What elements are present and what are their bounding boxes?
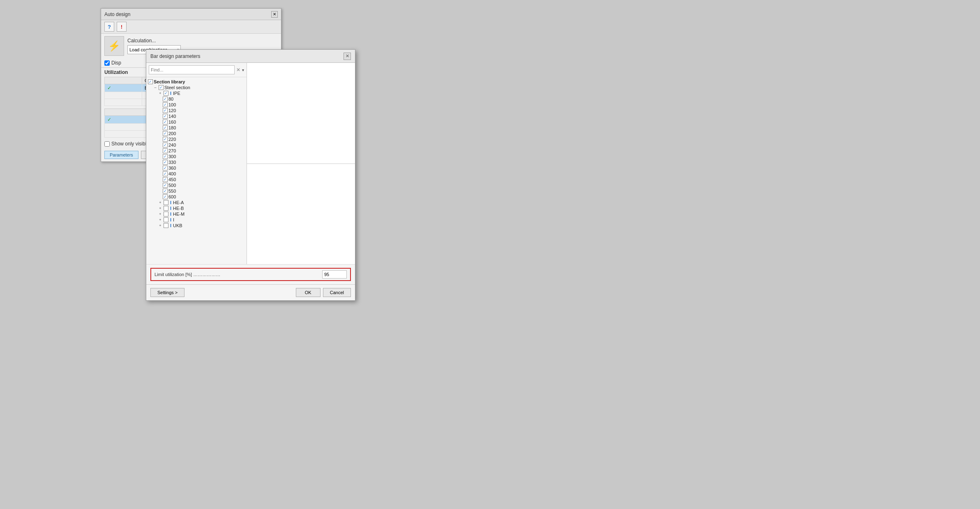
i-label: I [173,217,174,222]
list-item: 450 [148,177,245,182]
ipe220-label: 220 [168,137,176,142]
footer-right-buttons: OK Cancel [296,288,351,297]
footer-left-buttons: Settings > [150,288,184,297]
parameters-button[interactable]: Parameters [104,151,138,159]
auto-design-titlebar: Auto design ✕ [101,9,281,20]
check-icon: ✓ [107,85,111,91]
i-expand-icon[interactable]: + [158,217,163,222]
search-dropdown-icon[interactable]: ▾ [242,68,244,72]
hem-expand-icon[interactable]: + [158,212,163,216]
hem-label: HE-M [173,212,184,216]
ipe330-checkbox[interactable] [163,160,168,165]
ipe500-checkbox[interactable] [163,183,168,188]
ok-button[interactable]: OK [296,288,321,297]
display-checkbox[interactable] [104,60,110,66]
list-item: + I HE-A [148,200,245,205]
list-item: 240 [148,142,245,148]
section-library-panel: ✕ ▾ Section library – Steel section + [146,63,247,264]
hea-expand-icon[interactable]: + [158,200,163,205]
ipe400-label: 400 [168,171,176,176]
i-section-icon: I [170,217,171,222]
dialog-close-button[interactable]: ✕ [344,53,351,60]
ukb-expand-icon[interactable]: + [158,223,163,228]
ipe600-checkbox[interactable] [163,194,168,199]
ipe100-label: 100 [168,102,176,107]
list-item: 160 [148,119,245,125]
auto-design-toolbar: ? ! [101,20,281,34]
hea-checkbox[interactable] [164,200,168,205]
ipe300-label: 300 [168,154,176,159]
ipe240-checkbox[interactable] [163,143,168,147]
hea-section-icon: I [170,200,171,205]
ipe80-label: 80 [168,97,173,101]
ipe400-checkbox[interactable] [163,171,168,176]
ukb-section-icon: I [170,223,171,228]
list-item: 360 [148,165,245,171]
ipe160-checkbox[interactable] [163,120,168,124]
heb-checkbox[interactable] [164,206,168,211]
dialog-title: Bar design parameters [150,53,200,59]
check-cell: ✓ [105,84,142,92]
ipe360-checkbox[interactable] [163,166,168,170]
limit-utilization-input[interactable] [322,270,347,279]
tree-container[interactable]: Section library – Steel section + I IPE [146,77,247,264]
ipe550-checkbox[interactable] [163,189,168,193]
ukb-checkbox[interactable] [164,223,168,228]
bar-design-dialog: Bar design parameters ✕ ✕ ▾ Section libr… [146,49,355,301]
ipe-checkbox[interactable] [164,91,168,96]
settings-button[interactable]: Settings > [150,288,184,297]
list-item: 220 [148,136,245,142]
list-item: + I HE-B [148,205,245,211]
section-library-checkbox[interactable] [148,79,153,84]
ipe140-checkbox[interactable] [163,114,168,119]
ipe80-checkbox[interactable] [163,97,168,101]
list-item: 120 [148,108,245,113]
list-item: + I IPE [148,90,245,96]
section-preview-top [247,63,355,164]
hea-label: HE-A [173,200,184,205]
lightning-icon-container: ⚡ [104,36,124,56]
ipe120-checkbox[interactable] [163,108,168,113]
list-item: Section library [148,79,245,85]
collapse-icon[interactable]: – [153,85,158,90]
search-row: ✕ ▾ [146,63,247,77]
ipe330-label: 330 [168,160,176,165]
calculation-label: Calculation... [127,38,181,44]
list-item: 200 [148,131,245,136]
auto-design-close-button[interactable]: ✕ [271,11,278,18]
ipe180-label: 180 [168,125,176,130]
ipe220-checkbox[interactable] [163,137,168,142]
alert-button[interactable]: ! [117,22,127,32]
steel-section-checkbox[interactable] [159,85,164,90]
ipe-label: IPE [173,91,180,96]
search-clear-icon[interactable]: ✕ [236,67,240,73]
section-library-label: Section library [154,79,185,84]
ukb-label: UKB [173,223,182,228]
i-checkbox[interactable] [164,217,168,222]
ipe450-checkbox[interactable] [163,177,168,182]
auto-design-title: Auto design [104,12,130,17]
dialog-content: ✕ ▾ Section library – Steel section + [146,63,355,264]
cancel-button[interactable]: Cancel [323,288,351,297]
ipe200-checkbox[interactable] [163,131,168,136]
hem-checkbox[interactable] [164,212,168,216]
ipe180-checkbox[interactable] [163,125,168,130]
ipe300-checkbox[interactable] [163,154,168,159]
section-preview-panel [247,63,355,264]
list-item: – Steel section [148,85,245,90]
help-button[interactable]: ? [104,22,114,32]
list-item: 300 [148,154,245,159]
ipe-expand-icon[interactable]: + [158,91,163,96]
bar-check-icon: ✓ [107,117,111,122]
lightning-icon: ⚡ [108,40,120,52]
list-item: 400 [148,171,245,177]
ipe100-checkbox[interactable] [163,102,168,107]
ipe270-checkbox[interactable] [163,148,168,153]
show-visible-checkbox[interactable] [104,141,110,147]
heb-label: HE-B [173,206,184,211]
search-input[interactable] [149,65,235,74]
heb-expand-icon[interactable]: + [158,206,163,211]
list-item: 100 [148,102,245,108]
ipe240-label: 240 [168,143,176,147]
display-label: Disp [111,60,121,66]
